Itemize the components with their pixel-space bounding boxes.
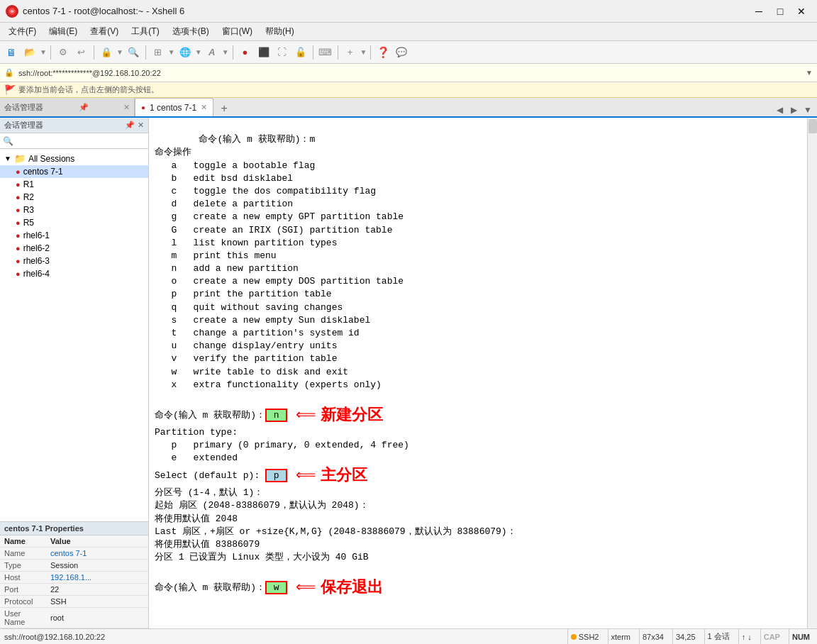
status-num: NUM — [789, 629, 813, 645]
toolbar-btn-red[interactable]: ● — [237, 44, 254, 61]
menu-edit[interactable]: 编辑(E) — [43, 24, 83, 39]
terminal-default-2048: 将使用默认值 2048 — [155, 513, 238, 524]
tab-prev-button[interactable]: ◀ — [773, 104, 786, 116]
toolbar-btn-3[interactable]: ↩ — [73, 44, 90, 61]
window-title: centos 7-1 - root@localhost:~ - Xshell 6 — [23, 6, 184, 16]
app-icon — [6, 5, 18, 18]
terminal-extended-desc: e extended — [155, 453, 238, 463]
status-num-text: NUM — [792, 633, 810, 641]
terminal-partition-type: Partition type: — [155, 427, 238, 438]
terminal-last-sector: Last 扇区，+扇区 or +size{K,M,G} (2048-838860… — [155, 526, 516, 537]
toolbar-btn-6[interactable]: ⊞ — [150, 44, 167, 61]
terminal-output[interactable]: 命令(输入 m 获取帮助)：m 命令操作 a toggle a bootable… — [149, 118, 807, 628]
menu-window[interactable]: 窗口(W) — [216, 24, 258, 39]
tab-centos[interactable]: ● 1 centos 7-1 ✕ — [135, 98, 213, 116]
session-icon-rhel61: ● — [16, 231, 21, 240]
sidebar-item-r5[interactable]: ● R5 — [0, 216, 148, 229]
toolbar-btn-expand[interactable]: ⛶ — [274, 44, 291, 61]
status-encoding-text: xterm — [611, 633, 631, 641]
terminal-scrollbar[interactable] — [807, 118, 817, 628]
input-w-char: w — [265, 581, 287, 594]
address-text[interactable]: ssh://root:*************@192.168.10.20:2… — [18, 69, 801, 77]
maximize-button[interactable]: □ — [770, 4, 790, 19]
session-icon-rhel63: ● — [16, 257, 21, 265]
properties-panel: centos 7-1 Properties Name Value Name ce… — [0, 521, 148, 628]
toolbar-btn-plus[interactable]: + — [342, 44, 359, 61]
toolbar-btn-4[interactable]: 🔒 — [98, 44, 115, 61]
titlebar: centos 7-1 - root@localhost:~ - Xshell 6… — [0, 0, 817, 23]
sidebar-item-rhel63[interactable]: ● rhel6-3 — [0, 255, 148, 267]
close-button[interactable]: ✕ — [791, 4, 811, 19]
menu-view[interactable]: 查看(V) — [84, 24, 124, 39]
sidebar-item-rhel61[interactable]: ● rhel6-1 — [0, 229, 148, 242]
status-encoding: xterm — [608, 629, 634, 645]
toolbar-btn-5[interactable]: 🔍 — [125, 44, 142, 61]
terminal-line-12: o create a new empty DOS partition table — [155, 276, 404, 287]
toolbar-btn-2[interactable]: ⚙ — [55, 44, 72, 61]
open-button[interactable]: 📂 — [21, 44, 38, 61]
toolbar-btn-chat[interactable]: 💬 — [393, 44, 410, 61]
status-dot — [571, 634, 577, 640]
prop-row-protocol: Protocol SSH — [0, 596, 148, 608]
menu-tab[interactable]: 选项卡(B) — [167, 24, 215, 39]
terminal-line-20: x extra functionality (experts only) — [155, 379, 382, 390]
terminal-line-8: G create an IRIX (SGI) partition table — [155, 225, 392, 235]
terminal-line-11: n add a new partition — [155, 263, 299, 274]
sidebar-close-icon[interactable]: ✕ — [138, 121, 144, 130]
prop-row-username: User Name root — [0, 608, 148, 628]
tab-close-icon[interactable]: ✕ — [201, 103, 207, 112]
toolbar-btn-blue[interactable]: ⬛ — [255, 44, 272, 61]
prop-key-port: Port — [0, 584, 46, 596]
sidebar-item-rhel62[interactable]: ● rhel6-2 — [0, 242, 148, 255]
menu-tools[interactable]: 工具(T) — [126, 24, 165, 39]
menu-file[interactable]: 文件(F) — [3, 24, 42, 39]
tab-navigation: ◀ ▶ ▼ — [773, 104, 814, 116]
toolbar-btn-lock2[interactable]: 🔓 — [292, 44, 309, 61]
sidebar-search-bar: 🔍 — [0, 133, 148, 149]
sidebar-item-r2[interactable]: ● R2 — [0, 191, 148, 204]
prop-key-username: User Name — [0, 608, 46, 628]
arrow-p: ⟸ — [287, 466, 316, 486]
search-input[interactable] — [16, 137, 145, 145]
status-protocol: SSH2 — [579, 633, 599, 641]
minimize-button[interactable]: ─ — [749, 4, 769, 19]
terminal-line-5: c toggle the dos compatibility flag — [155, 186, 376, 196]
sidebar-item-r1[interactable]: ● R1 — [0, 178, 148, 191]
prop-row-port: Port 22 — [0, 584, 148, 596]
session-label-r3: R3 — [23, 205, 34, 215]
add-tab-button[interactable]: + — [216, 101, 232, 116]
status-cap: CAP — [760, 629, 783, 645]
scrollbar-thumb[interactable] — [808, 119, 817, 133]
tree-group-header[interactable]: ▼ 📁 All Sessions — [0, 152, 148, 165]
toolbar: 🖥 📂 ▼ ⚙ ↩ 🔒 ▼ 🔍 ⊞ ▼ 🌐 ▼ A ▼ ● ⬛ ⛶ 🔓 ⌨ + … — [0, 41, 817, 64]
status-sessions-text: 1 会话 — [708, 631, 730, 642]
sidebar-item-rhel64[interactable]: ● rhel6-4 — [0, 267, 148, 280]
toolbar-btn-help[interactable]: ❓ — [374, 44, 391, 61]
toolbar-btn-keyboard[interactable]: ⌨ — [317, 44, 334, 61]
menu-help[interactable]: 帮助(H) — [260, 24, 300, 39]
session-label-centos71: centos 7-1 — [23, 167, 63, 177]
terminal-line-1: 命令(输入 m 获取帮助)：m — [199, 134, 315, 145]
address-dropdown-icon[interactable]: ▼ — [806, 69, 813, 77]
sidebar-item-centos71[interactable]: ● centos 7-1 — [0, 165, 148, 178]
session-label-r1: R1 — [23, 179, 34, 189]
terminal-primary-desc: p primary (0 primary, 0 extended, 4 free… — [155, 440, 409, 450]
terminal-prompt-n: 命令(输入 m 获取帮助)： n ⟸ 新建分区 — [155, 410, 383, 421]
terminal-with-scrollbar: 命令(输入 m 获取帮助)：m 命令操作 a toggle a bootable… — [149, 118, 817, 628]
input-n-char: n — [265, 409, 287, 422]
terminal-line-17: u change display/entry units — [155, 340, 337, 351]
sidebar-pin-icon[interactable]: 📌 — [125, 121, 135, 130]
toolbar-btn-A[interactable]: A — [204, 44, 221, 61]
prop-value-protocol: SSH — [46, 596, 148, 608]
pin-icon[interactable]: 📌 — [79, 103, 89, 112]
sidebar-item-r3[interactable]: ● R3 — [0, 204, 148, 216]
toolbar-btn-globe[interactable]: 🌐 — [177, 44, 194, 61]
tab-next-button[interactable]: ▶ — [787, 104, 800, 116]
session-panel-close-icon[interactable]: ✕ — [123, 103, 130, 112]
tab-menu-button[interactable]: ▼ — [801, 104, 814, 116]
terminal-prompt-w: 命令(输入 m 获取帮助)： w ⟸ 保存退出 — [155, 582, 383, 593]
group-label: All Sessions — [28, 154, 74, 164]
session-label-rhel64: rhel6-4 — [23, 269, 50, 279]
new-session-button[interactable]: 🖥 — [3, 44, 20, 61]
prop-row-header: Name Value — [0, 535, 148, 548]
